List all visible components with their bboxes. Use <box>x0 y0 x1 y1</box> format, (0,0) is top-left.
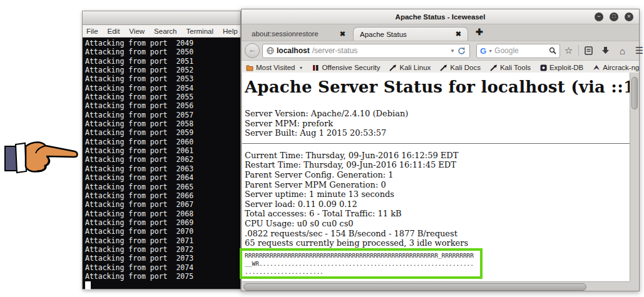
desktop: File Edit View Search Terminal Help Atta… <box>0 0 644 297</box>
bookmark-exploit-db[interactable]: Exploit-DB <box>540 64 583 71</box>
tab-bar: about:sessionrestore ✖ Apache Status ✖ ✚ <box>242 24 639 41</box>
terminal-output[interactable]: Attacking from port 2049 Attacking from … <box>83 38 240 289</box>
bookmark-offensive-security[interactable]: Offensive Security <box>312 64 380 71</box>
terminal-menubar: File Edit View Search Terminal Help <box>83 25 240 38</box>
bookmark-kali-docs[interactable]: Kali Docs <box>440 64 481 71</box>
search-placeholder: Google <box>494 46 519 55</box>
close-icon[interactable]: × <box>625 13 633 21</box>
url-bar[interactable]: localhost/server-status ▼ <box>262 44 470 58</box>
back-button[interactable]: ← <box>245 43 260 58</box>
tab-label: about:sessionrestore <box>252 30 319 38</box>
bookmark-most-visited[interactable]: Most Visited ▼ <box>246 64 303 71</box>
bookmark-aircrack-ng[interactable]: Aircrack-ng <box>593 64 639 71</box>
home-icon[interactable]: ⌂ <box>614 46 631 56</box>
google-logo-icon: G <box>480 46 486 56</box>
bookmark-label: Aircrack-ng <box>603 64 639 71</box>
menu-view[interactable]: View <box>129 28 145 35</box>
url-host: localhost <box>277 46 310 55</box>
globe-icon <box>267 47 274 54</box>
scrollbar-corner <box>630 281 639 291</box>
server-info-block-2: Current Time: Thursday, 09-Jun-2016 16:1… <box>245 151 630 248</box>
vertical-scrollbar-thumb[interactable] <box>631 77 638 109</box>
dagger-icon <box>490 64 498 71</box>
server-info-block-1: Server Version: Apache/2.4.10 (Debian) S… <box>245 109 630 138</box>
browser-window: Apache Status - Iceweasel − □ × about:se… <box>241 9 640 291</box>
horizontal-scrollbar-thumb[interactable] <box>243 283 586 291</box>
menu-search[interactable]: Search <box>154 28 176 35</box>
terminal-cursor <box>85 281 91 289</box>
page-title: Apache Server Status for localhost (via … <box>245 78 630 96</box>
dagger-icon <box>389 64 397 71</box>
separator <box>242 143 630 144</box>
dagger-icon <box>440 64 447 71</box>
tab-apache-status[interactable]: Apache Status ✖ <box>353 27 468 41</box>
offensive-security-icon <box>312 64 319 71</box>
download-icon[interactable] <box>597 46 614 55</box>
toolbar-separator <box>578 45 579 56</box>
window-title: Apache Status - Iceweasel <box>242 13 639 21</box>
url-path: /server-status <box>312 46 358 55</box>
window-controls: − □ × <box>595 13 639 21</box>
bookmark-kali-tools[interactable]: Kali Tools <box>490 64 531 71</box>
search-bar[interactable]: G ▼ Google <box>476 44 560 58</box>
url-dropdown-icon[interactable]: ▼ <box>450 48 455 54</box>
bookmark-label: Kali Docs <box>450 64 481 71</box>
hamburger-menu-icon[interactable]: ☰ <box>631 45 644 56</box>
terminal-window: File Edit View Search Terminal Help Atta… <box>82 11 241 289</box>
terminal-titlebar[interactable] <box>83 11 240 25</box>
new-tab-button[interactable]: ✚ <box>476 27 483 37</box>
bookmark-kali-linux[interactable]: Kali Linux <box>389 64 431 71</box>
menu-edit[interactable]: Edit <box>108 28 120 35</box>
highlight-box <box>240 248 483 279</box>
search-icon[interactable] <box>549 47 556 54</box>
vertical-scrollbar[interactable] <box>630 73 639 281</box>
bookmark-label: Kali Linux <box>399 64 431 71</box>
bookmark-star-icon[interactable]: ☆ <box>560 45 577 56</box>
chevron-down-icon: ▼ <box>299 66 303 70</box>
menu-terminal[interactable]: Terminal <box>187 28 213 35</box>
browser-titlebar[interactable]: Apache Status - Iceweasel − □ × <box>242 9 639 24</box>
bookmark-label: Kali Tools <box>500 64 531 71</box>
tab-close-icon[interactable]: ✖ <box>340 30 345 38</box>
pointing-hand-icon <box>4 138 80 176</box>
tab-label: Apache Status <box>360 31 407 38</box>
maximize-icon[interactable]: □ <box>610 13 618 21</box>
navigation-bar: ← localhost/server-status ▼ G ▼ Google <box>242 41 639 61</box>
tab-sessionrestore[interactable]: about:sessionrestore ✖ <box>245 27 352 41</box>
bookmark-label: Most Visited <box>256 64 295 71</box>
minimize-icon[interactable]: − <box>595 13 603 21</box>
folder-icon <box>246 64 253 71</box>
reading-list-icon[interactable] <box>580 46 597 55</box>
horizontal-scrollbar[interactable] <box>242 281 630 291</box>
menu-file[interactable]: File <box>86 28 98 35</box>
bookmark-label: Exploit-DB <box>549 64 583 71</box>
exploit-db-icon <box>540 64 547 71</box>
search-engine-dropdown-icon[interactable]: ▼ <box>488 49 493 53</box>
menu-help[interactable]: Help <box>223 28 238 35</box>
tab-close-icon[interactable]: ✖ <box>456 30 461 38</box>
clipboard-icon <box>585 46 593 55</box>
reload-icon[interactable] <box>457 47 466 55</box>
bookmark-label: Offensive Security <box>322 64 380 71</box>
terminal-text: Attacking from port 2049 Attacking from … <box>85 39 238 281</box>
aircrack-icon <box>593 64 600 71</box>
